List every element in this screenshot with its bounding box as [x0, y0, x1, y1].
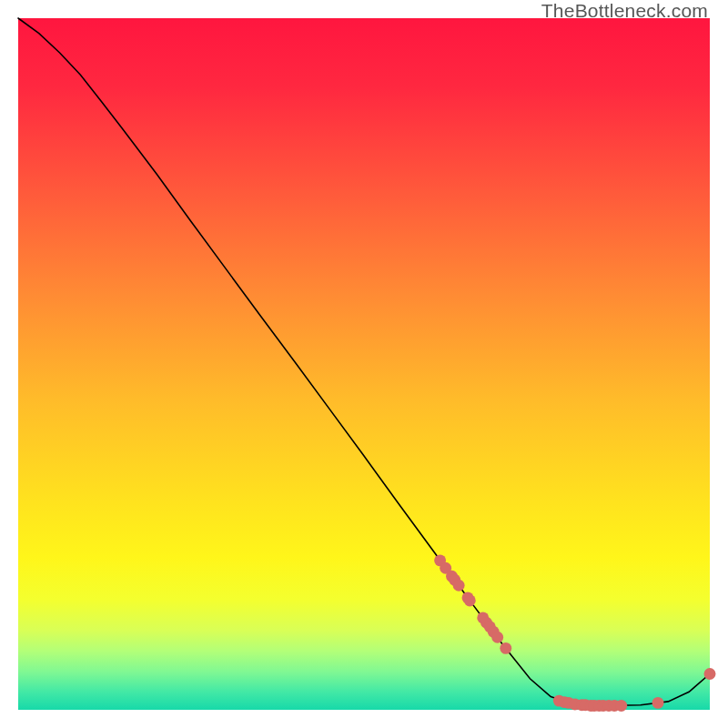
data-markers [434, 554, 715, 712]
data-marker [491, 632, 503, 643]
curve-layer [18, 18, 710, 710]
data-marker [615, 700, 627, 712]
data-marker [652, 697, 664, 709]
data-marker [500, 642, 511, 654]
plot-area [18, 18, 710, 710]
bottleneck-curve [18, 18, 710, 705]
data-marker [453, 580, 465, 592]
data-marker [704, 668, 716, 680]
watermark-text: TheBottleneck.com [541, 0, 708, 22]
chart-container: TheBottleneck.com [0, 0, 728, 728]
data-marker [464, 594, 476, 606]
